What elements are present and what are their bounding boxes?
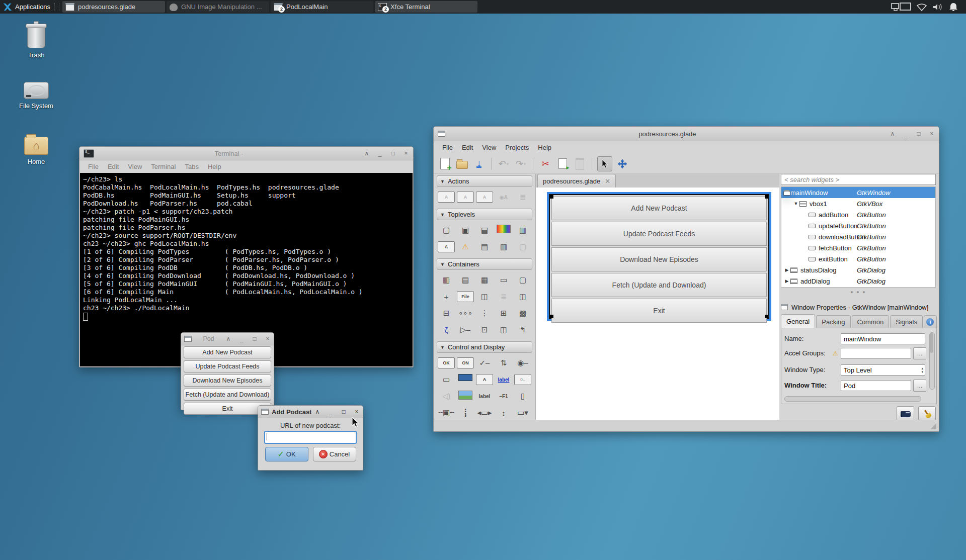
minimize-button[interactable]: _ — [903, 131, 909, 137]
check-button-icon[interactable]: ✓– — [478, 357, 491, 368]
drag-resize-button[interactable] — [615, 157, 629, 171]
vbox-icon[interactable]: ▤ — [459, 274, 472, 286]
desktop-icon-file-system[interactable]: File System — [12, 82, 60, 110]
resize-handle[interactable] — [550, 195, 553, 199]
tree-row-mainWindow[interactable]: ▼mainWindowGtkWindow — [781, 187, 935, 198]
font-dialog-icon[interactable]: A — [438, 241, 455, 252]
ellipsis-button[interactable]: … — [913, 347, 926, 359]
combo-box-icon[interactable]: ▭▾ — [516, 407, 529, 418]
tree-row-addDialog[interactable]: ▶addDialogGtkDialog — [781, 275, 935, 287]
shade-button[interactable]: ∧ — [314, 409, 320, 415]
tree-row-downloadButton[interactable]: downloadButtonGtkButton — [781, 231, 935, 242]
property-input-window-title[interactable]: Pod — [841, 380, 911, 391]
notebook-icon[interactable]: ▭ — [497, 274, 510, 286]
scale-button-icon[interactable]: 0.. — [514, 374, 531, 385]
entry-icon[interactable]: ▯ — [516, 391, 529, 402]
terminal-menu-file[interactable]: File — [84, 163, 103, 170]
notifications-icon[interactable] — [948, 2, 959, 12]
action-group-icon[interactable]: ≣ — [516, 192, 529, 203]
url-input[interactable] — [264, 431, 357, 444]
terminal-menu-tabs[interactable]: Tabs — [180, 163, 203, 170]
pod-button-download[interactable]: Download New Episodes — [184, 375, 271, 387]
tab-podresources-glade[interactable]: podresources.glade ✕ — [537, 174, 616, 188]
terminal-menu-terminal[interactable]: Terminal — [146, 163, 180, 170]
file-chooser-button-icon[interactable]: ▭ — [440, 374, 453, 385]
undo-button[interactable]: ↶▾ — [497, 157, 511, 171]
about-dialog-icon[interactable]: ▤ — [478, 241, 491, 252]
taskbar-button[interactable]: 2PodLocalMain — [271, 1, 373, 13]
maximize-button[interactable]: □ — [390, 150, 396, 156]
maximize-button[interactable]: □ — [916, 131, 922, 137]
frame-icon[interactable]: ▢ — [516, 274, 529, 286]
color-button-icon[interactable] — [458, 374, 472, 381]
maximize-button[interactable]: □ — [341, 409, 347, 415]
window-icon[interactable]: ▢ — [440, 225, 453, 236]
terminal-titlebar[interactable]: $_ Terminal - ∧_□× — [79, 147, 413, 160]
tree-row-fetchButton[interactable]: fetchButtonGtkButton — [781, 242, 935, 253]
link-button-icon[interactable]: label — [497, 374, 510, 385]
volume-button-icon[interactable]: ◁) — [440, 391, 453, 402]
close-button[interactable]: × — [403, 150, 409, 156]
pane-splitter[interactable]: ● ● ● — [781, 290, 936, 294]
tree-row-exitButton[interactable]: exitButtonGtkButton — [781, 253, 935, 264]
tree-expander-icon[interactable]: ▼ — [792, 201, 799, 206]
paned-icon[interactable]: ◫ — [516, 291, 529, 302]
tree-expander-icon[interactable]: ▶ — [783, 278, 790, 284]
palette-section-actions[interactable]: ▼Actions — [437, 175, 532, 187]
aspect-frame-icon[interactable]: File — [457, 291, 474, 302]
canvas-workarea[interactable]: Add New PodcastUpdate Podcast FeedsDownl… — [536, 188, 779, 420]
dialog-icon[interactable]: ▣ — [459, 225, 472, 236]
assistant-icon[interactable]: ▥ — [497, 241, 510, 252]
hbox-icon[interactable]: ▥ — [440, 274, 453, 286]
ok-button[interactable]: ✓ OK — [265, 447, 308, 461]
list-box-icon[interactable]: ≣ — [497, 291, 510, 302]
terminal-menu-view[interactable]: View — [123, 163, 146, 170]
tab-general[interactable]: General — [781, 314, 815, 328]
cut-button[interactable]: ✂ — [538, 157, 552, 171]
pod-titlebar[interactable]: Pod ∧_□× — [181, 333, 274, 345]
terminal-menu-edit[interactable]: Edit — [103, 163, 123, 170]
resize-grip[interactable] — [930, 423, 936, 429]
vscale-icon[interactable]: ┋ — [459, 407, 472, 418]
action-icon[interactable]: A — [438, 192, 455, 203]
palette-section-control-and-display[interactable]: ▼Control and Display — [437, 341, 532, 353]
minimize-button[interactable]: _ — [328, 409, 334, 415]
tree-row-updateButton[interactable]: updateButtonGtkButton — [781, 220, 935, 231]
warning-dialog-icon[interactable]: ⚠ — [459, 241, 472, 252]
pod-button-add[interactable]: Add New Podcast — [184, 346, 271, 358]
accel-label-icon[interactable]: –F1 — [496, 391, 512, 402]
design-button-fetch[interactable]: Fetch (Update and Download) — [551, 273, 767, 297]
alignment-icon[interactable]: + — [440, 291, 453, 302]
resize-handle[interactable] — [550, 315, 553, 318]
scrolled-window-icon[interactable]: ⊞ — [497, 308, 510, 319]
shade-button[interactable]: ∧ — [364, 150, 370, 156]
ellipsis-button[interactable]: … — [913, 380, 926, 392]
tab-common[interactable]: Common — [852, 315, 890, 328]
taskbar-button[interactable]: $2Xfce Terminal — [375, 1, 477, 13]
volume-icon[interactable] — [932, 2, 944, 12]
spin-button-icon[interactable]: ⇅ — [497, 357, 510, 368]
button-box-icon[interactable]: ◫ — [478, 291, 491, 302]
tree-row-addButton[interactable]: addButtonGtkButton — [781, 209, 935, 220]
wifi-icon[interactable] — [916, 2, 928, 12]
font-button-icon[interactable]: A — [476, 374, 493, 385]
toolbar-icon[interactable]: ∘∘∘ — [458, 308, 472, 319]
palette-section-containers[interactable]: ▼Containers — [437, 258, 532, 270]
property-input-window-type[interactable]: Top Level▴▾ — [841, 364, 925, 376]
hpaned-icon[interactable]: ⊟ — [440, 308, 453, 319]
glade-titlebar[interactable]: podresources.glade ∧_□× — [434, 127, 939, 141]
vscrollbar-icon[interactable]: ↕ — [497, 407, 510, 418]
terminal-menu-help[interactable]: Help — [203, 163, 226, 170]
viewport-icon[interactable]: ▩ — [516, 308, 529, 319]
tab-packing[interactable]: Packing — [816, 315, 850, 328]
taskbar-button[interactable]: GNU Image Manipulation ... — [167, 1, 269, 13]
toggle-button-icon[interactable]: ON — [457, 357, 474, 368]
tool-palette-icon[interactable]: ⋮ — [478, 308, 491, 319]
offscreen-window-icon[interactable]: ▢ — [516, 241, 529, 252]
tree-row-vbox1[interactable]: ▼vbox1GtkVBox — [781, 198, 935, 209]
tab-signals[interactable]: Signals — [890, 315, 923, 328]
resize-handle[interactable] — [765, 315, 768, 318]
desktop-icon-home[interactable]: ⌂Home — [12, 137, 60, 165]
glade-menu-edit[interactable]: Edit — [457, 144, 477, 151]
save-button[interactable]: ↓ — [472, 157, 486, 171]
